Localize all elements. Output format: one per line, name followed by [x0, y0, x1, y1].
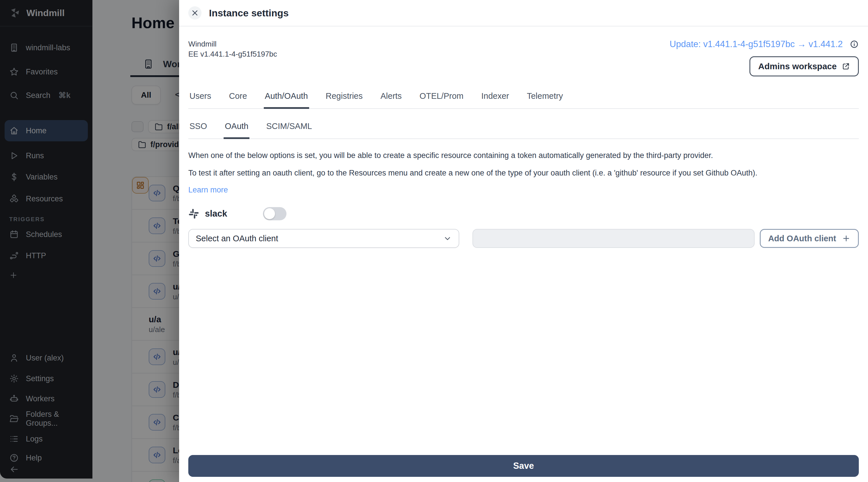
drawer-spacer — [188, 248, 859, 455]
drawer-header: Instance settings — [179, 0, 868, 26]
instance-meta: Windmill EE v1.441.1-4-g51f5197bc — [188, 39, 277, 59]
tab-alerts[interactable]: Alerts — [379, 86, 403, 109]
select-value: Select an OAuth client — [196, 234, 278, 243]
update-link[interactable]: Update: v1.441.1-4-g51f5197bc → v1.441.2 — [670, 39, 843, 49]
external-link-icon — [842, 62, 850, 70]
plus-icon — [842, 234, 850, 243]
tab-core[interactable]: Core — [228, 86, 248, 109]
tab-auth-oauth[interactable]: Auth/OAuth — [264, 86, 309, 109]
info-button[interactable] — [849, 40, 859, 49]
instance-name: Windmill — [188, 39, 277, 49]
oauth-client-select[interactable]: Select an OAuth client — [188, 229, 459, 248]
subtab-sso[interactable]: SSO — [188, 116, 208, 139]
meta-actions: Update: v1.441.1-4-g51f5197bc → v1.441.2… — [670, 39, 859, 77]
oauth-description-2: To test it after setting an oauth client… — [188, 167, 859, 179]
auth-subtabs: SSO OAuth SCIM/SAML — [188, 116, 859, 139]
toggle-knob — [264, 208, 275, 219]
oauth-secret-input[interactable] — [472, 229, 755, 248]
slack-icon — [188, 208, 199, 219]
oauth-description-1: When one of the below options is set, yo… — [188, 150, 859, 161]
subtab-scim-saml[interactable]: SCIM/SAML — [265, 116, 313, 139]
update-row: Update: v1.441.1-4-g51f5197bc → v1.441.2 — [670, 39, 859, 49]
instance-version: EE v1.441.1-4-g51f5197bc — [188, 49, 277, 59]
subtab-oauth[interactable]: OAuth — [224, 116, 249, 139]
add-oauth-client-label: Add OAuth client — [768, 234, 836, 243]
learn-more-link[interactable]: Learn more — [188, 186, 859, 195]
tab-telemetry[interactable]: Telemetry — [526, 86, 564, 109]
slack-enable-toggle[interactable] — [263, 207, 286, 220]
tab-registries[interactable]: Registries — [324, 86, 364, 109]
close-icon — [191, 9, 198, 17]
admins-workspace-button[interactable]: Admins workspace — [749, 56, 859, 77]
tab-otel-prom[interactable]: OTEL/Prom — [418, 86, 465, 109]
oauth-client-controls: Select an OAuth client Add OAuth client — [188, 229, 859, 248]
instance-meta-row: Windmill EE v1.441.1-4-g51f5197bc Update… — [188, 39, 859, 77]
settings-tabs: Users Core Auth/OAuth Registries Alerts … — [188, 86, 859, 109]
save-button[interactable]: Save — [188, 455, 859, 477]
info-icon — [849, 40, 859, 49]
add-oauth-client-button[interactable]: Add OAuth client — [760, 229, 859, 248]
admins-workspace-label: Admins workspace — [758, 61, 837, 71]
tab-users[interactable]: Users — [188, 86, 212, 109]
instance-settings-drawer: Instance settings Windmill EE v1.441.1-4… — [179, 0, 868, 482]
drawer-title: Instance settings — [209, 7, 289, 19]
tab-indexer[interactable]: Indexer — [480, 86, 510, 109]
close-button[interactable] — [188, 6, 202, 20]
provider-name: slack — [205, 208, 227, 219]
drawer-body: Windmill EE v1.441.1-4-g51f5197bc Update… — [179, 26, 868, 482]
slack-provider-row: slack — [188, 207, 859, 220]
chevron-down-icon — [443, 234, 452, 243]
